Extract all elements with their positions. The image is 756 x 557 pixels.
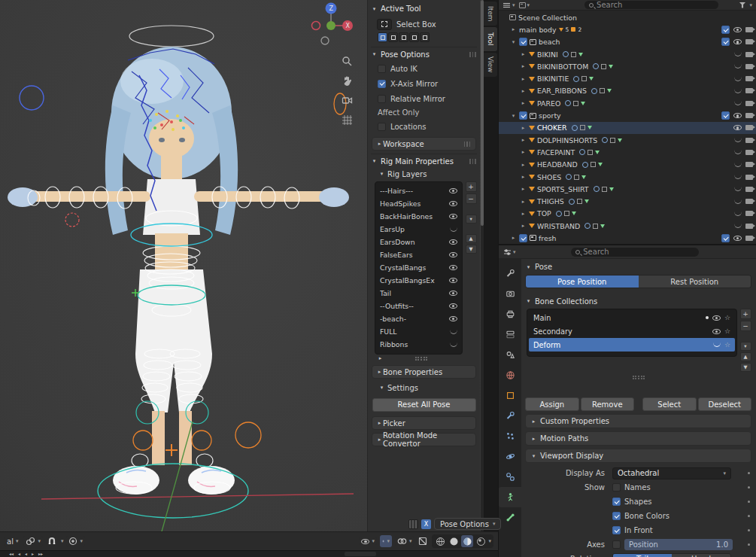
eye-closed-icon[interactable] [713, 342, 721, 347]
solo-star-icon[interactable]: ☆ [724, 328, 730, 335]
pose-options-button[interactable]: Pose Options▾ [434, 518, 501, 530]
auto-ik-checkbox[interactable] [378, 65, 386, 73]
filter-icon[interactable] [739, 2, 745, 8]
play-reverse-icon[interactable]: ◂ [25, 552, 27, 556]
eye-closed-icon[interactable] [734, 64, 742, 68]
deselect-button[interactable]: Deselect [698, 397, 752, 411]
shading-dropdown[interactable]: ▾ [488, 538, 491, 544]
xray-toggle[interactable] [417, 535, 429, 547]
eye-closed-icon[interactable] [450, 342, 457, 347]
eye-closed-icon[interactable] [734, 89, 742, 93]
settings-header[interactable]: ▾Settings [371, 382, 477, 394]
outliner-row[interactable]: ▸EAR_RIBBONS [499, 85, 756, 97]
camera-render-visibility-icon[interactable] [745, 224, 753, 229]
disclosure-closed-icon[interactable]: ▸ [520, 63, 527, 69]
sidebar-tab-item[interactable]: Item [484, 2, 497, 26]
disclosure-closed-icon[interactable]: ▸ [520, 100, 527, 106]
shading-rendered[interactable] [475, 535, 487, 547]
camera-render-visibility-icon[interactable] [745, 88, 753, 93]
tab-object[interactable] [499, 385, 521, 406]
disclosure-closed-icon[interactable]: ▸ [520, 51, 527, 57]
disclosure-closed-icon[interactable]: ▸ [520, 174, 527, 180]
select-mode-set[interactable] [378, 32, 387, 42]
tail-button[interactable]: Tail [613, 554, 672, 557]
rig-layer-row[interactable]: CrystalBangs [375, 261, 462, 274]
bone-collection-row[interactable]: Deform☆ [529, 338, 735, 352]
list-expand-icon[interactable]: ▸ [377, 355, 384, 361]
rest-position-button[interactable]: Rest Position [639, 275, 751, 288]
next-keyframe-icon[interactable]: ▸▸ [38, 552, 43, 556]
sidebar-tab-tool[interactable]: Tool [484, 27, 497, 51]
eye-closed-icon[interactable] [450, 330, 457, 334]
camera-render-visibility-icon[interactable] [745, 27, 753, 32]
rig-layer-row[interactable]: -beach- [375, 312, 462, 325]
tab-physics[interactable] [499, 446, 521, 467]
animate-dot[interactable] [748, 472, 750, 474]
outliner-row[interactable]: ▸CHOKER [499, 122, 756, 134]
eye-closed-icon[interactable] [734, 175, 742, 179]
outliner-search-input[interactable]: Search [584, 1, 718, 9]
list-resize-grip[interactable] [415, 357, 427, 361]
eye-open-icon[interactable] [449, 303, 457, 309]
eye-closed-icon[interactable] [734, 224, 742, 228]
outliner-row[interactable]: ▸HEADBAND [499, 159, 756, 171]
tab-output[interactable] [499, 304, 521, 324]
snap-settings-dropdown[interactable]: ▾ [61, 538, 64, 544]
eye-open-icon[interactable] [449, 188, 457, 193]
outliner-row[interactable]: ▸SHOES [499, 171, 756, 183]
camera-render-visibility-icon[interactable] [745, 64, 753, 69]
disclosure-open-icon[interactable]: ▾ [510, 113, 517, 119]
pan-hand-icon[interactable] [340, 74, 354, 87]
eye-open-icon[interactable] [449, 316, 457, 321]
select-mode-subtract[interactable] [399, 32, 408, 42]
navigation-gizmo[interactable]: Z X [310, 0, 355, 53]
editor-type-dropdown[interactable]: ▾ [503, 248, 516, 256]
viewport-display-panel[interactable]: ▾Viewport Display [525, 449, 751, 463]
animate-dot[interactable] [748, 543, 750, 546]
eye-open-icon[interactable] [733, 39, 742, 44]
camera-render-visibility-icon[interactable] [745, 125, 753, 130]
shapes-checkbox[interactable] [612, 498, 621, 506]
locations-checkbox[interactable] [378, 123, 386, 131]
transform-orientation-dropdown[interactable]: al▾ [5, 537, 20, 546]
outliner-row[interactable]: ▾beach [499, 36, 756, 48]
rig-layer-row[interactable]: Tail [375, 287, 462, 300]
animate-dot[interactable] [748, 486, 750, 489]
outliner-row[interactable]: ▸main body52 [499, 23, 756, 35]
collection-include-checkbox[interactable] [519, 234, 527, 242]
eye-closed-icon[interactable] [734, 150, 742, 154]
camera-render-visibility-icon[interactable] [745, 162, 753, 167]
eye-closed-icon[interactable] [734, 163, 742, 167]
camera-render-visibility-icon[interactable] [745, 211, 753, 216]
snap-magnet-toggle[interactable] [46, 535, 58, 547]
remove-button[interactable]: Remove [581, 397, 635, 411]
collection-specials-menu[interactable]: ▾ [740, 342, 751, 351]
grid-icon[interactable] [340, 113, 354, 126]
sidebar-tab-view[interactable]: View [484, 53, 497, 77]
prev-keyframe-icon[interactable]: ◂ [18, 552, 20, 556]
pose-option-row[interactable]: Auto IK [371, 61, 477, 76]
disclosure-closed-icon[interactable]: ▸ [520, 125, 527, 131]
rig-layer-row[interactable]: CrystalBangsEx [375, 274, 462, 287]
eye-closed-icon[interactable] [734, 212, 742, 216]
animate-dot[interactable] [748, 529, 750, 531]
rig-layer-row[interactable]: --Outfits-- [375, 300, 462, 312]
outliner-row[interactable]: ▸THIGHS [499, 195, 756, 207]
axes-position-slider[interactable]: Position 1.0 [624, 539, 733, 550]
names-checkbox[interactable] [612, 483, 621, 492]
reset-all-pose-button[interactable]: Reset All Pose [372, 398, 476, 412]
custom-properties-panel[interactable]: ▸Custom Properties [525, 414, 751, 428]
camera-view-icon[interactable] [340, 93, 354, 107]
select-mode-extend[interactable] [388, 32, 398, 42]
add-layer-button[interactable]: + [466, 181, 477, 192]
outliner-row[interactable]: ▸TOP [499, 208, 756, 220]
eye-open-icon[interactable] [449, 239, 457, 245]
camera-render-visibility-icon[interactable] [745, 150, 753, 155]
play-icon[interactable]: ▸ [32, 552, 34, 556]
disclosure-closed-icon[interactable]: ▸ [520, 211, 527, 217]
eye-open-icon[interactable] [449, 214, 457, 219]
disclosure-closed-icon[interactable]: ▸ [520, 162, 527, 168]
camera-render-visibility-icon[interactable] [745, 199, 753, 204]
solo-star-icon[interactable]: ☆ [724, 342, 730, 349]
eye-closed-icon[interactable] [450, 227, 457, 232]
